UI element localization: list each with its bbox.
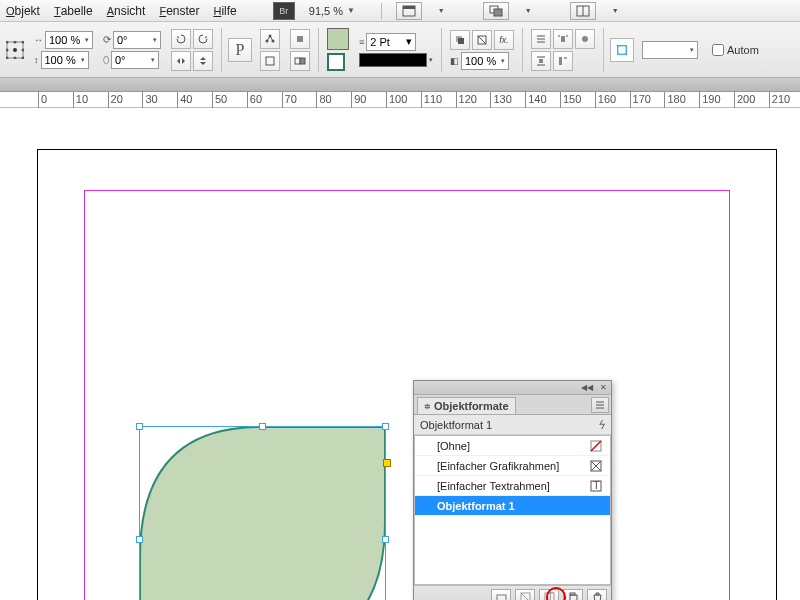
- style-item-objektformat-1[interactable]: Objektformat 1: [415, 496, 610, 516]
- flip-v-button[interactable]: [193, 51, 213, 71]
- selected-shape[interactable]: [140, 427, 385, 600]
- screen-mode-button[interactable]: [396, 2, 422, 20]
- panel-titlebar[interactable]: ◀◀ ✕: [414, 381, 611, 395]
- distribute-icon[interactable]: [260, 29, 280, 49]
- text-wrap-bounding[interactable]: [553, 29, 573, 49]
- default-text-button[interactable]: T: [539, 589, 559, 601]
- menu-tabelle[interactable]: Tabelle: [54, 4, 93, 18]
- selected-style-name: Objektformat 1: [420, 419, 492, 431]
- ruler-tick: 30: [142, 92, 143, 108]
- control-bar: ↔100 %▾ ↕100 %▾ ⟳0°▾ ⬯0°▾ P ≡ 2 Pt▾: [0, 22, 800, 78]
- svg-rect-58: [570, 595, 577, 600]
- stroke-swatch[interactable]: [327, 53, 345, 71]
- ruler-tick: 100: [386, 92, 387, 108]
- collapse-icon[interactable]: ◀◀: [582, 383, 592, 393]
- ruler-tick: 110: [421, 92, 422, 108]
- ruler-tick: 0: [38, 92, 39, 108]
- scale-x-icon: ↔: [34, 35, 43, 45]
- opacity-input[interactable]: 100 %▾: [461, 52, 509, 70]
- ruler-tick: 190: [699, 92, 700, 108]
- divider: [522, 28, 523, 72]
- resize-handle[interactable]: [259, 423, 266, 430]
- rotate-cw-button[interactable]: [193, 29, 213, 49]
- resize-handle[interactable]: [136, 536, 143, 543]
- autom-checkbox[interactable]: Autom: [712, 44, 759, 56]
- ruler-tick: 200: [734, 92, 735, 108]
- text-wrap-shape[interactable]: [575, 29, 595, 49]
- stroke-weight-input[interactable]: 2 Pt▾: [366, 33, 416, 51]
- select-container-button[interactable]: [260, 51, 280, 71]
- frame-fitting-button[interactable]: [610, 38, 634, 62]
- workspace-button[interactable]: [570, 2, 596, 20]
- menu-hilfe[interactable]: Hilfe: [213, 4, 236, 18]
- chevron-down-icon: ▼: [525, 7, 532, 14]
- svg-point-9: [22, 41, 25, 44]
- zoom-level[interactable]: 91,5 %▼: [309, 5, 367, 17]
- ruler-tick: 80: [316, 92, 317, 108]
- object-styles-panel[interactable]: ◀◀ ✕ ≑Objektformate Objektformat 1 ϟ [Oh…: [413, 380, 612, 600]
- text-wrap-none[interactable]: [531, 29, 551, 49]
- style-item-text-frame[interactable]: [Einfacher Textrahmen] T: [415, 476, 610, 496]
- resize-handle[interactable]: [136, 423, 143, 430]
- panel-menu-button[interactable]: [591, 397, 609, 413]
- horizontal-ruler[interactable]: 0102030405060708090100110120130140150160…: [0, 92, 800, 108]
- document-canvas[interactable]: ◀◀ ✕ ≑Objektformate Objektformat 1 ϟ [Oh…: [0, 110, 800, 600]
- menu-ansicht[interactable]: Ansicht: [107, 4, 146, 18]
- fx-button[interactable]: fx.: [494, 30, 514, 50]
- paragraph-style-icon[interactable]: P: [228, 38, 252, 62]
- new-style-button[interactable]: [563, 589, 583, 601]
- svg-rect-53: [497, 595, 506, 600]
- corner-input[interactable]: ▾: [642, 41, 698, 59]
- svg-line-20: [270, 36, 273, 41]
- rotate-ccw-button[interactable]: [171, 29, 191, 49]
- svg-rect-31: [561, 36, 565, 42]
- ruler-tick: 40: [177, 92, 178, 108]
- select-next-button[interactable]: [290, 51, 310, 71]
- quick-apply-icon[interactable]: ϟ: [597, 418, 605, 432]
- corner-radius-handle[interactable]: [383, 459, 391, 467]
- opacity-button[interactable]: [472, 30, 492, 50]
- svg-point-8: [14, 41, 17, 44]
- divider: [441, 28, 442, 72]
- resize-handle[interactable]: [382, 536, 389, 543]
- svg-rect-23: [295, 58, 300, 64]
- svg-rect-3: [494, 9, 502, 16]
- arrange-button[interactable]: [483, 2, 509, 20]
- style-list: [Ohne] [Einfacher Grafikrahmen] [Einfach…: [414, 435, 611, 585]
- frame-icon: [590, 460, 602, 472]
- scale-y-icon: ↕: [34, 55, 39, 65]
- close-icon[interactable]: ✕: [598, 383, 608, 393]
- ruler-tick: 140: [525, 92, 526, 108]
- ruler-tick: 150: [560, 92, 561, 108]
- svg-point-13: [6, 56, 9, 59]
- clear-overrides-button[interactable]: [491, 589, 511, 601]
- menu-fenster[interactable]: Fenster: [159, 4, 199, 18]
- select-content-button[interactable]: [290, 29, 310, 49]
- panel-footer: T: [414, 585, 611, 600]
- reference-point[interactable]: [4, 41, 26, 59]
- resize-handle[interactable]: [382, 423, 389, 430]
- bridge-button[interactable]: Br: [273, 2, 295, 20]
- stroke-style-dropdown[interactable]: [359, 53, 427, 67]
- panel-tab-objektformate[interactable]: ≑Objektformate: [417, 397, 516, 414]
- ruler-tick: 90: [351, 92, 352, 108]
- svg-point-34: [582, 36, 588, 42]
- default-graphic-button[interactable]: [515, 589, 535, 601]
- menu-objekt[interactable]: Objekt: [6, 4, 40, 18]
- shear-input[interactable]: 0°▾: [111, 51, 159, 69]
- svg-rect-36: [539, 59, 543, 63]
- fill-swatch[interactable]: [327, 28, 349, 50]
- ruler-tick: 60: [247, 92, 248, 108]
- opacity-icon: ◧: [450, 56, 459, 66]
- divider: [603, 28, 604, 72]
- chevron-down-icon: ▼: [612, 7, 619, 14]
- scale-y-input[interactable]: 100 %▾: [41, 51, 89, 69]
- scale-x-input[interactable]: 100 %▾: [45, 31, 93, 49]
- style-item-graphic-frame[interactable]: [Einfacher Grafikrahmen]: [415, 456, 610, 476]
- style-item-none[interactable]: [Ohne]: [415, 436, 610, 456]
- flip-h-button[interactable]: [171, 51, 191, 71]
- rotate-input[interactable]: 0°▾: [113, 31, 161, 49]
- text-wrap-jump[interactable]: [531, 51, 551, 71]
- effects-button[interactable]: [450, 30, 470, 50]
- text-wrap-column[interactable]: [553, 51, 573, 71]
